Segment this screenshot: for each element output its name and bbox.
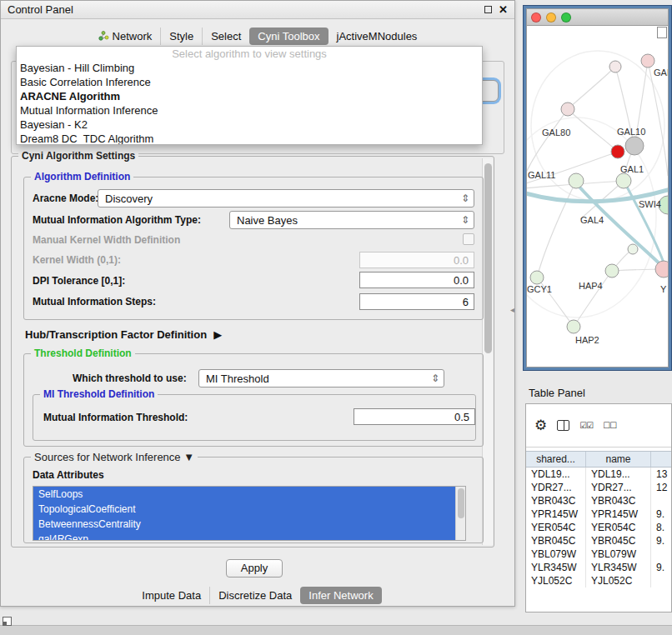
columns-icon[interactable] xyxy=(557,420,569,431)
dropdown-item[interactable]: Mutual Information Inference xyxy=(17,103,482,118)
mi-threshold-definition-group: MI Threshold Definition Mutual Informati… xyxy=(33,394,476,441)
svg-text:GAL: GAL xyxy=(654,68,668,78)
list-item[interactable]: SelfLoops xyxy=(33,487,465,502)
gear-icon[interactable]: ⚙ xyxy=(534,418,547,432)
table-row[interactable]: YBL079WYBL079W xyxy=(526,548,672,561)
mi-steps-input[interactable] xyxy=(359,293,474,310)
mi-steps-label: Mutual Information Steps: xyxy=(33,296,156,308)
svg-text:HAP2: HAP2 xyxy=(575,335,599,345)
svg-text:Y: Y xyxy=(660,284,667,294)
dropdown-item[interactable]: Bayesian - Hill Climbing xyxy=(17,61,482,75)
tab-jactivemnodules[interactable]: jActiveMNodules xyxy=(328,28,426,45)
float-window-icon[interactable] xyxy=(484,6,492,13)
tab-impute-data[interactable]: Impute Data xyxy=(133,587,209,604)
minimize-traffic-light-icon[interactable] xyxy=(546,12,556,22)
bottom-tabs: Impute Data Discretize Data Infer Networ… xyxy=(1,586,514,604)
status-bar xyxy=(0,625,672,635)
network-highlight-edges xyxy=(527,181,668,274)
list-scrollbar-thumb[interactable] xyxy=(458,488,464,518)
list-scrollbar[interactable] xyxy=(455,487,465,540)
select-all-columns-icon[interactable]: ☑☑ xyxy=(579,421,593,430)
birdseye-toggle[interactable] xyxy=(657,27,667,38)
table-row[interactable]: YDR27...YDR27...12 xyxy=(526,481,672,494)
tab-discretize-data[interactable]: Discretize Data xyxy=(209,587,300,604)
table-panel-window: ⚙ ☑☑ ☐☐ shared... name YDL19...YDL19...1… xyxy=(525,403,672,612)
table-row[interactable]: YBR045CYBR045C9. xyxy=(526,534,672,548)
node-gal80[interactable] xyxy=(561,102,574,116)
dropdown-item[interactable]: Dream8 DC_TDC Algorithm xyxy=(17,132,482,145)
node-red[interactable] xyxy=(611,145,624,158)
mi-threshold-label: Mutual Information Threshold: xyxy=(43,412,188,423)
kernel-width-label: Kernel Width (0,1): xyxy=(33,254,121,266)
mi-type-label: Mutual Information Algorithm Type: xyxy=(33,214,201,226)
close-window-icon[interactable]: ✕ xyxy=(499,4,508,15)
node-gal[interactable] xyxy=(641,54,654,68)
list-item[interactable]: TopologicalCoefficient xyxy=(33,502,465,517)
column-header-shared-name[interactable]: shared... xyxy=(526,452,586,467)
settings-scrollbar-thumb[interactable] xyxy=(484,163,492,353)
table-row[interactable]: YER054CYER054C8. xyxy=(526,521,672,534)
svg-text:SWI4: SWI4 xyxy=(639,199,661,209)
aracne-mode-select[interactable]: Discovery ⇕ xyxy=(98,189,474,208)
apply-button[interactable]: Apply xyxy=(226,559,283,578)
table-row[interactable]: YPR145WYPR145W9. xyxy=(526,508,672,521)
tab-network-label: Network xyxy=(113,30,153,42)
sources-group-title[interactable]: Sources for Network Inference ▼ xyxy=(31,451,198,463)
table-row[interactable]: YDL19...YDL19...13 xyxy=(526,468,672,481)
table-row[interactable]: YJL052CYJL052C xyxy=(526,574,672,588)
which-threshold-select[interactable]: MI Threshold ⇕ xyxy=(198,369,444,388)
tab-style[interactable]: Style xyxy=(160,28,202,45)
node-gcy1[interactable] xyxy=(530,271,544,284)
mi-algorithm-type-select[interactable]: Naive Bayes ⇕ xyxy=(229,211,474,229)
node-hap4[interactable] xyxy=(605,264,619,278)
kernel-width-input[interactable] xyxy=(359,252,474,268)
dropdown-placeholder: Select algorithm to view settings xyxy=(17,47,482,61)
network-canvas[interactable]: GAL80 GAL10 GAL1 GAL11 SWI4 GAL4 GCY1 HA… xyxy=(526,25,669,368)
svg-text:GAL80: GAL80 xyxy=(542,128,570,138)
tab-infer-network[interactable]: Infer Network xyxy=(300,587,381,604)
which-threshold-label: Which threshold to use: xyxy=(73,372,187,384)
tab-select[interactable]: Select xyxy=(202,28,249,45)
control-panel-window: Control Panel ✕ Network Style Select Cyn… xyxy=(0,0,515,607)
dropdown-item[interactable]: Bayesian - K2 xyxy=(17,118,482,132)
combo-arrows-icon: ⇕ xyxy=(461,214,469,226)
tab-network[interactable]: Network xyxy=(90,28,161,45)
close-traffic-light-icon[interactable] xyxy=(531,12,541,22)
node[interactable] xyxy=(609,61,621,72)
dropdown-item-selected[interactable]: ARACNE Algorithm xyxy=(17,89,482,103)
svg-text:GAL4: GAL4 xyxy=(580,215,604,225)
list-item[interactable]: BetweennessCentrality xyxy=(33,517,465,532)
list-item[interactable]: gal4RGexp xyxy=(33,532,465,541)
dropdown-item[interactable]: Basic Correlation Inference xyxy=(17,75,482,89)
control-panel-tabs: Network Style Select Cyni Toolbox jActiv… xyxy=(1,26,514,46)
panel-splitter-handle[interactable]: ◂ xyxy=(510,303,519,317)
dpi-tolerance-input[interactable] xyxy=(359,272,474,288)
deselect-all-columns-icon[interactable]: ☐☐ xyxy=(603,421,616,430)
column-header-name[interactable]: name xyxy=(586,452,651,467)
network-graph: GAL80 GAL10 GAL1 GAL11 SWI4 GAL4 GCY1 HA… xyxy=(527,26,668,368)
mi-threshold-input[interactable] xyxy=(354,408,475,425)
node-gal4[interactable] xyxy=(569,173,584,188)
node-hap2[interactable] xyxy=(567,320,580,333)
table-toolbar: ⚙ ☑☑ ☐☐ xyxy=(526,404,671,448)
dpi-tolerance-label: DPI Tolerance [0,1]: xyxy=(33,275,125,287)
node-gal1[interactable] xyxy=(616,173,631,188)
table-row[interactable]: YLR345WYLR345W9. xyxy=(526,561,672,574)
svg-text:GAL10: GAL10 xyxy=(617,127,645,137)
panel-toggle-icon[interactable] xyxy=(3,617,12,626)
manual-kernel-checkbox[interactable] xyxy=(463,233,474,245)
zoom-traffic-light-icon[interactable] xyxy=(561,12,571,22)
collapse-down-icon: ▼ xyxy=(183,451,194,463)
svg-text:GCY1: GCY1 xyxy=(527,284,552,294)
table-panel-title: Table Panel xyxy=(529,387,585,399)
hub-definition-toggle[interactable]: Hub/Transcription Factor Definition ▶ xyxy=(25,328,222,341)
node[interactable] xyxy=(628,244,638,254)
network-window-titlebar xyxy=(526,8,669,25)
node-gal10[interactable] xyxy=(625,137,644,155)
threshold-definition-title: Threshold Definition xyxy=(31,348,135,359)
column-header-partial[interactable] xyxy=(651,452,672,467)
table-row[interactable]: YBR043CYBR043C xyxy=(526,494,672,508)
tab-cyni-toolbox[interactable]: Cyni Toolbox xyxy=(249,28,328,45)
algorithm-definition-title: Algorithm Definition xyxy=(31,171,133,182)
node-pink[interactable] xyxy=(655,261,668,278)
